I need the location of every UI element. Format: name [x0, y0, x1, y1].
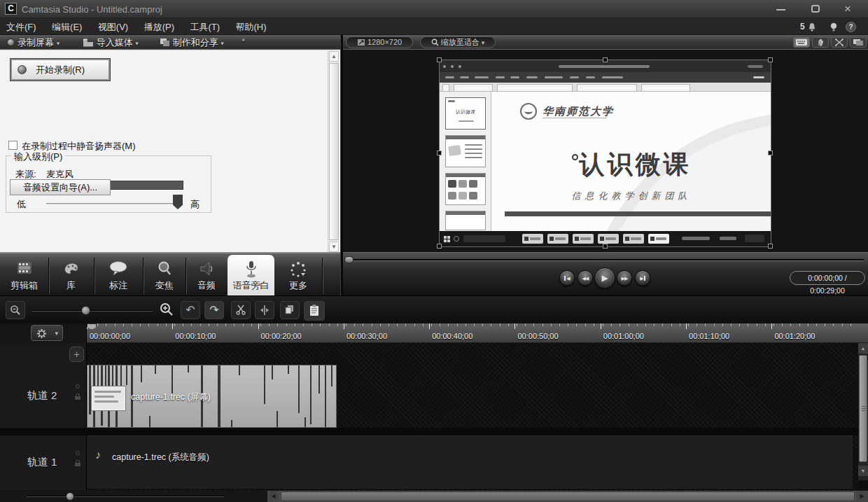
menu-edit[interactable]: 编辑(E) [46, 18, 88, 34]
menu-bar: 文件(F) 编辑(E) 视图(V) 播放(P) 工具(T) 帮助(H) 5 ? [0, 18, 868, 35]
split-button[interactable] [255, 301, 274, 319]
scroll-up-button[interactable]: ▲ [329, 51, 339, 62]
tab-zoom[interactable]: 变焦 [143, 255, 186, 297]
redo-button[interactable]: ↷ [204, 301, 224, 319]
canvas-dimensions-field[interactable]: 1280×720 [346, 36, 413, 48]
slide-thumb-2[interactable] [445, 135, 486, 167]
folder-icon [83, 38, 94, 47]
audio-wizard-button[interactable]: 音频设置向导(A)... [10, 179, 111, 195]
tab-more[interactable]: 更多 [274, 255, 322, 297]
timeline-zoom-slider-handle[interactable] [81, 306, 90, 315]
menu-help[interactable]: 帮助(H) [230, 18, 273, 34]
handle-top-mid[interactable] [603, 57, 608, 62]
crop-button[interactable] [831, 37, 848, 48]
slide-thumb-3[interactable] [445, 173, 486, 205]
timeline-vertical-scrollbar[interactable]: ▲ ▼ [858, 343, 868, 480]
track-size-slider-track[interactable] [27, 496, 224, 497]
paste-button[interactable] [304, 301, 325, 321]
rewind-button[interactable]: ◀◀ [578, 270, 593, 286]
play-button[interactable]: ▶ [594, 267, 615, 288]
track-1-clip[interactable]: ♪ capture-1.trec (系统音频) [87, 435, 853, 489]
cut-button[interactable] [231, 301, 251, 319]
slide-thumb-1[interactable]: 认识微课 [445, 97, 486, 130]
handle-bottom-left[interactable] [437, 244, 442, 249]
tab-clip-bin[interactable]: 剪辑箱 [0, 255, 48, 297]
pan-button[interactable] [812, 37, 829, 48]
slide-subtitle: 信息化教学创新团队 [492, 190, 771, 202]
clip-thumbnail [92, 386, 125, 410]
window-title: Camtasia Studio - Untitled.camproj [22, 4, 162, 15]
record-dot-icon [7, 39, 15, 46]
bell-icon[interactable] [807, 22, 817, 32]
timeline-settings-button[interactable]: ▾ [31, 325, 63, 341]
handle-mid-right[interactable] [768, 151, 773, 155]
scrubber-track[interactable] [347, 259, 864, 261]
zoom-mode-dropdown[interactable]: 缩放至适合 ▾ [420, 36, 496, 48]
record-screen-button[interactable]: 录制屏幕 ▾ [7, 36, 59, 48]
help-icon[interactable]: ? [846, 22, 856, 32]
scroll-thumb[interactable] [281, 491, 855, 501]
tab-audio[interactable]: 音频 [186, 255, 227, 297]
level-slider-track[interactable] [46, 203, 175, 205]
tab-voice-narration[interactable]: 语音旁白 [227, 255, 274, 297]
handle-mid-left[interactable] [437, 151, 442, 155]
handle-top-left[interactable] [437, 57, 442, 62]
scroll-thumb[interactable] [329, 63, 339, 240]
ruler-label: 00:00:00;00 [87, 323, 172, 342]
timeline-zoom-out-button[interactable] [6, 301, 25, 319]
menu-view[interactable]: 视图(V) [92, 18, 134, 34]
track-1-lock-icon[interactable] [74, 460, 81, 466]
scrubber-handle[interactable] [344, 256, 354, 263]
timeline-zoom-in-button[interactable] [155, 301, 178, 319]
close-button[interactable]: × [837, 0, 858, 17]
handle-top-right[interactable] [768, 57, 773, 62]
menu-play[interactable]: 播放(P) [138, 18, 181, 34]
next-frame-button[interactable]: ▶ [635, 270, 650, 286]
copy-button[interactable] [280, 301, 300, 319]
rewind-icon: ◀◀ [582, 276, 589, 281]
track-2-visibility-icon[interactable] [74, 384, 81, 390]
toolbar-overflow-dot[interactable]: ● [241, 36, 245, 48]
scroll-right-button[interactable]: ▶ [856, 491, 868, 502]
recorded-screen[interactable]: 认识微课 [440, 60, 771, 246]
canvas-grid-button[interactable] [793, 37, 810, 48]
slide-accent-bar [505, 211, 771, 216]
minimize-button[interactable] [770, 0, 791, 17]
undo-button[interactable]: ↶ [181, 301, 200, 319]
tab-callouts[interactable]: 标注 [94, 255, 143, 297]
start-record-button[interactable]: 开始录制(R) [10, 58, 111, 81]
tab-library[interactable]: 库 [48, 255, 94, 297]
lightbulb-icon[interactable] [829, 22, 839, 32]
scroll-up-button[interactable]: ▲ [858, 343, 868, 354]
handle-bottom-right[interactable] [768, 244, 773, 249]
slide-thumb-4[interactable] [445, 211, 486, 230]
track-1-visibility-icon[interactable] [74, 450, 81, 456]
split-icon [259, 305, 270, 316]
maximize-button[interactable] [805, 0, 826, 17]
timeline-ruler[interactable]: 00:00:00;00 00:00:10;00 00:00:20;00 00:0… [87, 323, 868, 343]
timeline-horizontal-scrollbar[interactable]: ◀ ▶ [267, 491, 868, 502]
menu-tools[interactable]: 工具(T) [183, 18, 226, 34]
produce-share-button[interactable]: 制作和分享 ▾ [160, 36, 224, 48]
add-track-button[interactable]: + [69, 347, 84, 362]
mute-speaker-checkbox[interactable] [8, 141, 18, 150]
panel-scrollbar[interactable]: ▲ ▼ [328, 51, 339, 252]
timeline-toolbar: ↶ ↷ [0, 295, 868, 323]
timeline-zoom-slider-track[interactable] [32, 310, 153, 312]
forward-button[interactable]: ▶▶ [617, 270, 632, 286]
scroll-left-button[interactable]: ◀ [267, 491, 279, 502]
track-2-clip[interactable]: capture-1.trec (屏幕) [87, 365, 337, 428]
keyboard-icon [794, 38, 809, 47]
slide-title: 认识微课 [492, 148, 771, 182]
scroll-down-button[interactable]: ▼ [858, 466, 868, 476]
scroll-down-button[interactable]: ▼ [329, 242, 339, 252]
import-media-button[interactable]: 导入媒体 ▾ [83, 36, 139, 48]
track-2-lock-icon[interactable] [74, 393, 81, 400]
track-size-slider-handle[interactable] [66, 492, 74, 501]
handle-bottom-mid[interactable] [603, 244, 608, 249]
scroll-thumb[interactable] [859, 355, 867, 462]
timeline-tracks: 轨道 2 轨道 1 + [0, 343, 868, 490]
menu-file[interactable]: 文件(F) [0, 18, 43, 34]
previous-frame-button[interactable]: ◀ [559, 270, 575, 286]
detach-canvas-button[interactable] [850, 37, 867, 48]
